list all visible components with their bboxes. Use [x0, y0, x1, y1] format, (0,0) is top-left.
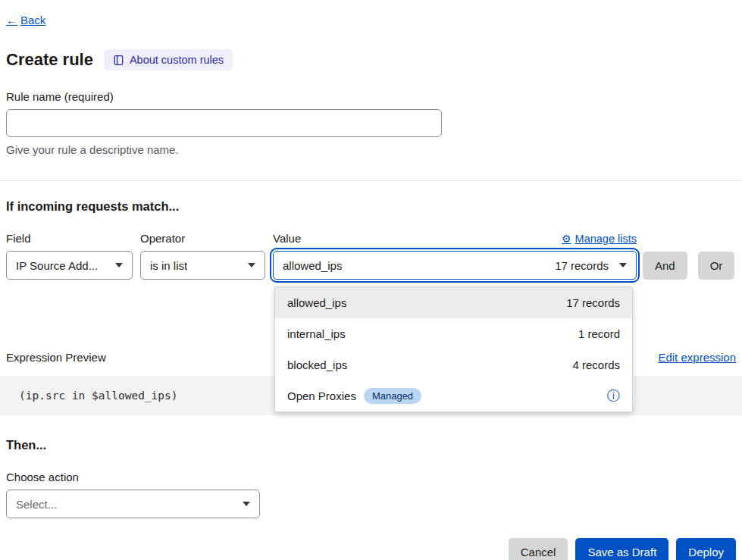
list-option-allowed-ips[interactable]: allowed_ips 17 records: [275, 287, 632, 318]
rule-name-input[interactable]: [6, 109, 442, 137]
back-label: Back: [20, 14, 45, 27]
chevron-down-icon: [115, 263, 123, 267]
book-icon: [113, 55, 124, 66]
choose-action-label: Choose action: [6, 471, 736, 483]
value-select-value: allowed_ips: [283, 259, 342, 272]
about-custom-rules-label: About custom rules: [130, 54, 224, 66]
save-as-draft-button[interactable]: Save as Draft: [575, 538, 668, 560]
value-label-row: Value ⚙Manage lists: [273, 232, 637, 245]
operator-select[interactable]: is in list: [140, 251, 265, 280]
match-row: Field IP Source Add... Operator is in li…: [6, 232, 736, 280]
chevron-down-icon: [248, 263, 255, 267]
value-column: Value ⚙Manage lists allowed_ips 17 recor…: [273, 232, 637, 280]
list-option-name: Open Proxies: [287, 389, 356, 402]
about-custom-rules-link[interactable]: About custom rules: [104, 49, 233, 70]
chevron-down-icon: [619, 263, 627, 267]
footer-buttons: Cancel Save as Draft Deploy: [6, 538, 736, 560]
and-button[interactable]: And: [643, 252, 687, 280]
create-rule-page: ←Back Create rule About custom rules Rul…: [0, 0, 742, 560]
expression-code: (ip.src in $allowed_ips): [19, 389, 178, 402]
match-section-heading: If incoming requests match...: [6, 199, 736, 214]
action-select[interactable]: Select...: [6, 490, 260, 518]
field-select-value: IP Source Add...: [16, 259, 98, 272]
field-column: Field IP Source Add...: [6, 232, 133, 280]
back-arrow-icon: ←: [6, 14, 17, 27]
operator-column: Operator is in list: [140, 232, 265, 280]
list-option-name: blocked_ips: [287, 358, 347, 371]
value-select[interactable]: allowed_ips 17 records: [273, 251, 637, 280]
value-select-meta: 17 records: [555, 259, 609, 272]
manage-lists-label: Manage lists: [575, 233, 637, 245]
list-option-blocked-ips[interactable]: blocked_ips 4 records: [275, 349, 632, 380]
managed-badge: Managed: [364, 388, 421, 404]
or-button[interactable]: Or: [698, 252, 735, 280]
then-section-heading: Then...: [6, 438, 736, 452]
list-dropdown-menu: allowed_ips 17 records internal_ips 1 re…: [274, 286, 633, 412]
operator-select-value: is in list: [150, 259, 187, 272]
rule-name-group: Rule name (required) Give your rule a de…: [6, 90, 736, 156]
edit-expression-link[interactable]: Edit expression: [658, 351, 736, 364]
expression-preview-label: Expression Preview: [6, 351, 106, 364]
logic-buttons: And Or: [643, 252, 734, 280]
deploy-button[interactable]: Deploy: [676, 538, 736, 560]
field-label: Field: [6, 232, 133, 245]
gear-icon: ⚙: [562, 233, 571, 245]
info-icon[interactable]: ⓘ: [607, 389, 620, 402]
list-option-meta: 1 record: [578, 327, 620, 340]
rule-name-help: Give your rule a descriptive name.: [6, 143, 736, 156]
operator-label: Operator: [140, 232, 265, 245]
list-option-meta: 17 records: [566, 296, 620, 309]
section-divider: [0, 180, 742, 181]
title-row: Create rule About custom rules: [6, 49, 736, 70]
rule-name-label: Rule name (required): [6, 90, 736, 103]
list-option-name: internal_ips: [287, 327, 346, 340]
value-label: Value: [273, 232, 301, 245]
action-select-placeholder: Select...: [16, 498, 57, 511]
manage-lists-link[interactable]: ⚙Manage lists: [562, 233, 637, 245]
list-option-name: allowed_ips: [287, 296, 346, 309]
cancel-button[interactable]: Cancel: [509, 538, 568, 560]
list-option-meta: 4 records: [572, 358, 620, 371]
field-select[interactable]: IP Source Add...: [6, 251, 133, 280]
list-option-internal-ips[interactable]: internal_ips 1 record: [275, 318, 632, 349]
page-title: Create rule: [6, 50, 93, 70]
chevron-down-icon: [243, 502, 250, 506]
list-option-open-proxies[interactable]: Open Proxies Managed ⓘ: [275, 380, 632, 411]
back-link[interactable]: ←Back: [6, 14, 45, 27]
